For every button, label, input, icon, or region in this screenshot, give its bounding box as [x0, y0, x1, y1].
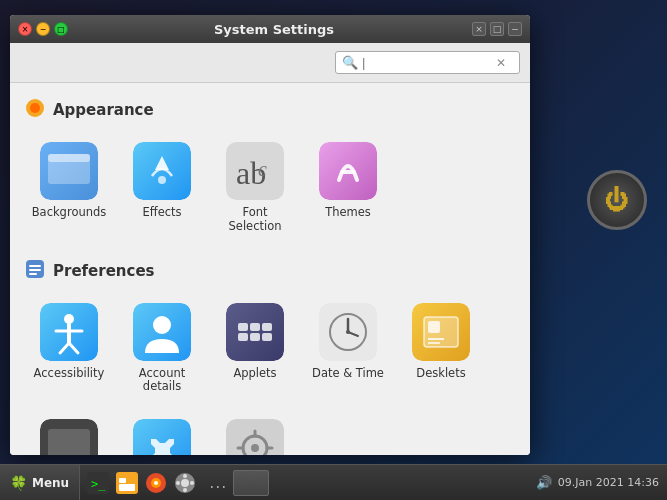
svg-rect-4 [48, 154, 90, 162]
icon-item-extensions[interactable]: Extensions [118, 409, 206, 455]
icon-item-accessibility[interactable]: Accessibility [25, 293, 113, 405]
taskbar-icon-files[interactable] [114, 470, 140, 496]
icon-box-date-time [319, 303, 377, 361]
icon-label-applets: Applets [233, 367, 276, 381]
svg-rect-12 [29, 265, 41, 267]
close-icon: × [22, 25, 29, 34]
search-bar: 🔍 ✕ [10, 43, 530, 83]
taskbar-icon-browser[interactable] [143, 470, 169, 496]
svg-rect-27 [238, 333, 248, 341]
svg-rect-14 [29, 273, 37, 275]
icon-item-desklets[interactable]: Desklets [397, 293, 485, 405]
icon-box-font-selection: ab c [226, 142, 284, 200]
svg-rect-25 [250, 323, 260, 331]
volume-icon[interactable]: 🔊 [536, 475, 552, 490]
svg-rect-54 [119, 484, 135, 491]
section-header-appearance: Appearance [25, 98, 515, 122]
icon-item-themes[interactable]: Themes [304, 132, 392, 244]
menu-button[interactable]: 🍀 Menu [0, 465, 80, 500]
icon-box-desktop [40, 419, 98, 455]
svg-rect-23 [226, 303, 284, 361]
svg-rect-13 [29, 269, 41, 271]
icon-label-font-selection: Font Selection [218, 206, 292, 234]
svg-text:c: c [258, 158, 267, 180]
svg-rect-26 [262, 323, 272, 331]
search-icon: 🔍 [342, 55, 358, 70]
taskbar-dots: ... [203, 473, 233, 492]
icon-box-applets [226, 303, 284, 361]
icon-box-themes [319, 142, 377, 200]
icon-box-effects [133, 142, 191, 200]
icon-label-account-details: Account details [125, 367, 199, 395]
svg-point-62 [176, 481, 180, 485]
svg-rect-39 [48, 429, 90, 455]
icon-item-account-details[interactable]: Account details [118, 293, 206, 405]
icon-item-date-time[interactable]: Date & Time [304, 293, 392, 405]
icon-label-accessibility: Accessibility [34, 367, 105, 381]
icon-label-desklets: Desklets [416, 367, 465, 381]
icon-item-general[interactable]: General [211, 409, 299, 455]
icon-item-font-selection[interactable]: ab c Font Selection [211, 132, 299, 244]
svg-rect-28 [250, 333, 260, 341]
titlebar-min-right[interactable]: − [508, 22, 522, 36]
icon-label-backgrounds: Backgrounds [32, 206, 107, 220]
taskbar-time: 09.Jan 2021 14:36 [558, 476, 659, 489]
icon-item-backgrounds[interactable]: Backgrounds [25, 132, 113, 244]
svg-point-34 [346, 330, 350, 334]
search-clear-button[interactable]: ✕ [496, 56, 506, 70]
section-title-appearance: Appearance [53, 101, 154, 119]
svg-rect-5 [133, 142, 191, 200]
desktop: × − □ System Settings × □ − 🔍 ✕ [0, 0, 667, 500]
svg-point-1 [30, 103, 40, 113]
svg-rect-24 [238, 323, 248, 331]
icon-box-backgrounds [40, 142, 98, 200]
minimize-button[interactable]: − [36, 22, 50, 36]
icon-grid-appearance: Backgrounds Effects ab c Font Selection … [25, 132, 515, 244]
icon-label-themes: Themes [325, 206, 371, 220]
svg-point-45 [251, 444, 259, 452]
window-title: System Settings [76, 22, 472, 37]
power-icon: ⏻ [605, 186, 629, 214]
section-title-preferences: Preferences [53, 262, 155, 280]
svg-point-6 [158, 176, 166, 184]
titlebar-resize-right[interactable]: □ [490, 22, 504, 36]
taskbar-icon-terminal[interactable]: >_ [85, 470, 111, 496]
titlebar: × − □ System Settings × □ − [10, 15, 530, 43]
section-icon-appearance [25, 98, 45, 122]
svg-rect-37 [428, 321, 440, 333]
icon-item-effects[interactable]: Effects [118, 132, 206, 244]
icon-label-effects: Effects [142, 206, 181, 220]
icon-grid-preferences: Accessibility Account details Applets Da… [25, 293, 515, 455]
svg-rect-29 [262, 333, 272, 341]
icon-item-applets[interactable]: Applets [211, 293, 299, 405]
maximize-icon: □ [57, 25, 65, 34]
svg-rect-53 [119, 478, 126, 483]
icon-box-account-details [133, 303, 191, 361]
maximize-button[interactable]: □ [54, 22, 68, 36]
svg-point-59 [181, 479, 189, 487]
taskbar-right: 🔊 09.Jan 2021 14:36 [528, 475, 667, 490]
icon-box-extensions [133, 419, 191, 455]
taskbar: 🍀 Menu >_ [0, 464, 667, 500]
svg-point-60 [183, 474, 187, 478]
icon-box-desklets [412, 303, 470, 361]
section-icon-preferences [25, 259, 45, 283]
icon-box-general [226, 419, 284, 455]
titlebar-controls-left: × − □ [18, 22, 68, 36]
search-input[interactable] [362, 55, 492, 70]
settings-content: Appearance Backgrounds Effects ab c Font… [10, 83, 530, 455]
power-button[interactable]: ⏻ [587, 170, 647, 230]
menu-label: Menu [32, 476, 69, 490]
close-button[interactable]: × [18, 22, 32, 36]
minimize-icon: − [40, 25, 47, 34]
svg-point-63 [190, 481, 194, 485]
titlebar-close-right[interactable]: × [472, 22, 486, 36]
taskbar-icon-settings[interactable] [172, 470, 198, 496]
icon-item-desktop[interactable]: Desktop [25, 409, 113, 455]
taskbar-icons: >_ [80, 470, 203, 496]
svg-point-22 [153, 316, 171, 334]
system-settings-window: × − □ System Settings × □ − 🔍 ✕ [10, 15, 530, 455]
svg-point-61 [183, 488, 187, 492]
taskbar-window-button[interactable] [233, 470, 269, 496]
section-header-preferences: Preferences [25, 259, 515, 283]
